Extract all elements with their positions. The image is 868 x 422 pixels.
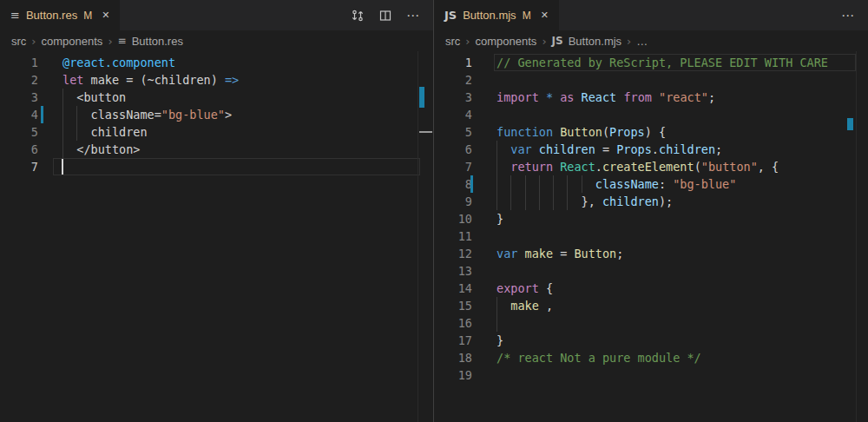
- code-line-text[interactable]: var children = Props.children;: [496, 141, 722, 158]
- code-line: 6 </button>: [0, 141, 433, 158]
- split-editor-icon[interactable]: [378, 8, 393, 23]
- code-line-text[interactable]: return React.createElement("button", {: [496, 158, 779, 175]
- indent-guide: [496, 141, 497, 210]
- code-line-text[interactable]: <button: [62, 89, 126, 106]
- code-line-text[interactable]: </button>: [62, 141, 140, 158]
- indent-guide: [525, 175, 526, 193]
- code-line-text[interactable]: var make = Button;: [496, 245, 623, 262]
- indent-guide: [567, 175, 568, 193]
- breadcrumb-item-src[interactable]: src: [445, 35, 460, 48]
- line-number[interactable]: 16: [434, 314, 472, 332]
- line-number[interactable]: 1: [0, 54, 38, 71]
- overview-modified-marker: [847, 118, 853, 130]
- line-number[interactable]: 2: [0, 71, 38, 89]
- breadcrumb-item-components[interactable]: components: [476, 35, 537, 48]
- line-number[interactable]: 5: [434, 123, 472, 141]
- code-line: 7 return React.createElement("button", {: [434, 158, 868, 175]
- breadcrumb-item-file[interactable]: Button.mjs: [569, 35, 621, 48]
- line-number[interactable]: 3: [434, 89, 472, 106]
- more-actions-icon[interactable]: ⋯: [405, 8, 421, 23]
- line-number[interactable]: 15: [434, 297, 472, 314]
- indent-guide: [582, 175, 582, 193]
- line-number[interactable]: 2: [434, 71, 472, 89]
- code-editor-button-mjs[interactable]: 1// Generated by ReScript, PLEASE EDIT W…: [434, 51, 868, 422]
- code-line-text[interactable]: }: [496, 332, 503, 349]
- line-number[interactable]: 10: [434, 210, 472, 227]
- code-line: 11: [434, 227, 868, 245]
- code-line: 18/* react Not a pure module */: [434, 349, 868, 366]
- editor-actions-right: ⋯: [840, 0, 868, 30]
- code-line: 9 }, children);: [434, 193, 868, 210]
- close-icon[interactable]: ✕: [539, 9, 550, 22]
- tab-button-res[interactable]: ≡ Button.res M ✕: [0, 0, 120, 30]
- line-number[interactable]: 17: [434, 332, 472, 349]
- line-number[interactable]: 4: [0, 106, 38, 123]
- line-number[interactable]: 18: [434, 349, 472, 366]
- code-line-text[interactable]: }, children);: [496, 193, 673, 210]
- indent-guide: [510, 175, 511, 193]
- line-number[interactable]: 1: [434, 54, 472, 71]
- tab-label: Button.res: [26, 9, 77, 22]
- code-line: 2let make = (~children) =>: [0, 71, 433, 89]
- editor-group-right: JS Button.mjs M ✕ ⋯ src › components › J…: [434, 0, 868, 422]
- modified-badge: M: [83, 10, 92, 22]
- code-line-text[interactable]: make ,: [496, 297, 553, 314]
- line-number[interactable]: 7: [0, 158, 38, 175]
- indent-guide: [539, 175, 540, 193]
- more-actions-icon[interactable]: ⋯: [840, 8, 856, 23]
- code-line: 10}: [434, 210, 868, 227]
- tab-bar-left: ≡ Button.res M ✕: [0, 0, 433, 30]
- tab-button-mjs[interactable]: JS Button.mjs M ✕: [434, 0, 559, 30]
- code-line-text[interactable]: let make = (~children) =>: [62, 71, 239, 89]
- code-line-text[interactable]: function Button(Props) {: [496, 123, 666, 141]
- line-number[interactable]: 19: [434, 366, 472, 384]
- breadcrumb: src › components › JS Button.mjs › …: [434, 30, 868, 51]
- line-number[interactable]: 4: [434, 106, 472, 123]
- editor-group-left: ≡ Button.res M ✕: [0, 0, 434, 422]
- indent-guide: [553, 175, 554, 193]
- code-line-text[interactable]: import * as React from "react";: [496, 89, 715, 106]
- line-number[interactable]: 3: [0, 89, 38, 106]
- line-number[interactable]: 11: [434, 227, 472, 245]
- gutter-modified-marker: [41, 106, 43, 123]
- line-number[interactable]: 6: [0, 141, 38, 158]
- tab-bar-right: JS Button.mjs M ✕ ⋯: [434, 0, 868, 30]
- code-line-text[interactable]: children: [62, 123, 148, 141]
- code-line-text[interactable]: export {: [496, 280, 553, 297]
- chevron-right-icon: ›: [542, 35, 546, 48]
- code-line-text[interactable]: /* react Not a pure module */: [496, 349, 701, 366]
- code-line: 16: [434, 314, 868, 332]
- code-line: 15 make ,: [434, 297, 868, 314]
- code-line: 4: [434, 106, 868, 123]
- close-icon[interactable]: ✕: [100, 9, 111, 22]
- breadcrumb-item-symbol[interactable]: …: [636, 35, 648, 48]
- chevron-right-icon: ›: [465, 35, 470, 48]
- code-line: 3import * as React from "react";: [434, 89, 868, 106]
- compare-changes-icon[interactable]: [350, 8, 365, 23]
- code-line-text[interactable]: }: [496, 210, 503, 227]
- line-number[interactable]: 14: [434, 280, 472, 297]
- text-cursor: [62, 159, 63, 175]
- breadcrumb-item-file[interactable]: Button.res: [132, 35, 183, 48]
- indent-guide: [62, 89, 63, 158]
- code-line-text[interactable]: @react.component: [62, 54, 175, 71]
- code-lines: 1@react.component2let make = (~children)…: [0, 51, 433, 175]
- line-number[interactable]: 7: [434, 158, 472, 175]
- code-line-text[interactable]: className="bg-blue">: [62, 106, 232, 123]
- breadcrumb-item-components[interactable]: components: [42, 35, 103, 48]
- line-number[interactable]: 8: [434, 175, 472, 193]
- indent-guide: [539, 193, 540, 210]
- indent-guide: [553, 193, 554, 210]
- line-number[interactable]: 6: [434, 141, 472, 158]
- breadcrumb-item-src[interactable]: src: [11, 35, 26, 48]
- overview-ruler-border: [856, 51, 857, 422]
- line-number[interactable]: 13: [434, 262, 472, 280]
- code-line-text[interactable]: className: "bg-blue": [496, 175, 736, 193]
- current-line-highlight: [494, 54, 856, 71]
- line-number[interactable]: 9: [434, 193, 472, 210]
- code-editor-button-res[interactable]: 1@react.component2let make = (~children)…: [0, 51, 433, 422]
- line-number[interactable]: 5: [0, 123, 38, 141]
- overview-cursor-marker: [419, 131, 432, 133]
- editor-sash[interactable]: [431, 0, 437, 422]
- line-number[interactable]: 12: [434, 245, 472, 262]
